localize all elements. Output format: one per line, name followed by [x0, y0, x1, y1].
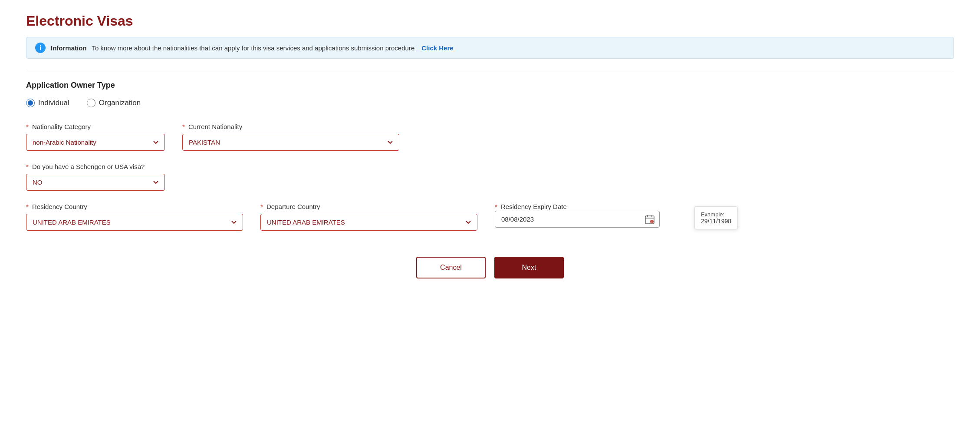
- info-banner: i Information To know more about the nat…: [26, 37, 954, 59]
- button-row: Cancel Next: [26, 257, 954, 278]
- owner-type-radio-group: Individual Organization: [26, 99, 954, 107]
- residency-country-select[interactable]: UNITED ARAB EMIRATES SAUDI ARABIA KUWAIT: [26, 214, 243, 231]
- residency-expiry-date-label: * Residency Expiry Date: [495, 203, 567, 210]
- departure-country-select[interactable]: UNITED ARAB EMIRATES SAUDI ARABIA KUWAIT: [260, 214, 477, 231]
- info-banner-text: To know more about the nationalities tha…: [92, 44, 415, 52]
- nationality-category-group: * Nationality Category non-Arabic Nation…: [26, 123, 165, 151]
- residency-country-required: *: [26, 203, 29, 210]
- current-nationality-group: * Current Nationality PAKISTAN INDIA BAN…: [182, 123, 399, 151]
- nationality-category-select[interactable]: non-Arabic Nationality Arabic Nationalit…: [26, 134, 165, 151]
- schengen-visa-label: * Do you have a Schengen or USA visa?: [26, 163, 165, 170]
- example-value: 29/11/1998: [701, 218, 731, 225]
- next-button[interactable]: Next: [494, 257, 564, 278]
- nationality-category-label: * Nationality Category: [26, 123, 165, 130]
- residency-country-group: * Residency Country UNITED ARAB EMIRATES…: [26, 203, 243, 231]
- form-row-1: * Nationality Category non-Arabic Nation…: [26, 123, 954, 151]
- departure-country-label: * Departure Country: [260, 203, 477, 210]
- application-owner-section-title: Application Owner Type: [26, 81, 954, 90]
- residency-country-label: * Residency Country: [26, 203, 243, 210]
- residency-expiry-date-group: * Residency Expiry Date ! Example: [495, 203, 660, 228]
- departure-country-required: *: [260, 203, 263, 210]
- schengen-visa-group: * Do you have a Schengen or USA visa? NO…: [26, 163, 165, 191]
- current-nationality-select[interactable]: PAKISTAN INDIA BANGLADESH: [182, 134, 399, 151]
- residency-expiry-required: *: [495, 203, 497, 210]
- calendar-icon[interactable]: !: [644, 214, 655, 225]
- date-input-wrapper: ! Example: 29/11/1998: [495, 211, 660, 228]
- info-icon: i: [35, 43, 46, 53]
- click-here-link[interactable]: Click Here: [421, 44, 453, 52]
- example-tooltip: Example: 29/11/1998: [694, 206, 738, 229]
- page-container: Electronic Visas i Information To know m…: [0, 0, 980, 444]
- residency-expiry-date-input[interactable]: [495, 211, 660, 228]
- current-nationality-required: *: [182, 123, 185, 130]
- radio-organization-label: Organization: [99, 99, 141, 107]
- departure-country-group: * Departure Country UNITED ARAB EMIRATES…: [260, 203, 477, 231]
- schengen-visa-select[interactable]: NO YES: [26, 174, 165, 191]
- form-row-2: * Do you have a Schengen or USA visa? NO…: [26, 163, 954, 191]
- radio-individual-input[interactable]: [26, 99, 35, 107]
- example-label: Example:: [701, 211, 731, 218]
- svg-text:!: !: [651, 221, 652, 224]
- radio-individual-label: Individual: [38, 99, 69, 107]
- radio-individual[interactable]: Individual: [26, 99, 69, 107]
- form-row-3: * Residency Country UNITED ARAB EMIRATES…: [26, 203, 954, 231]
- nationality-category-required: *: [26, 123, 29, 130]
- radio-organization-input[interactable]: [87, 99, 95, 107]
- section-divider: [26, 72, 954, 72]
- page-title: Electronic Visas: [26, 13, 954, 29]
- current-nationality-label: * Current Nationality: [182, 123, 399, 130]
- radio-organization[interactable]: Organization: [87, 99, 141, 107]
- cancel-button[interactable]: Cancel: [416, 257, 486, 278]
- info-banner-label: Information: [51, 44, 87, 52]
- schengen-required: *: [26, 163, 29, 170]
